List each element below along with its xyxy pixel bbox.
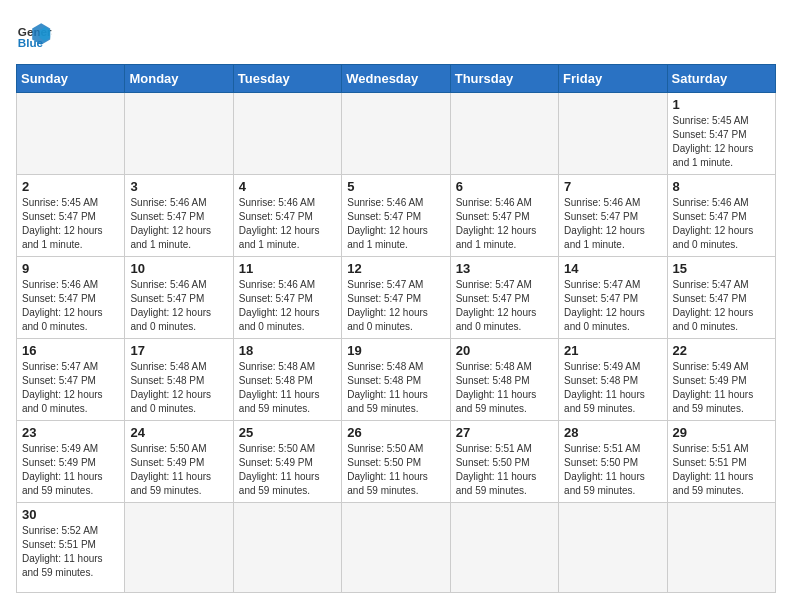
cell-info: Sunrise: 5:51 AM Sunset: 5:51 PM Dayligh… <box>673 442 770 498</box>
day-number: 1 <box>673 97 770 112</box>
cell-info: Sunrise: 5:45 AM Sunset: 5:47 PM Dayligh… <box>673 114 770 170</box>
day-number: 25 <box>239 425 336 440</box>
calendar-cell: 16Sunrise: 5:47 AM Sunset: 5:47 PM Dayli… <box>17 339 125 421</box>
calendar-cell: 13Sunrise: 5:47 AM Sunset: 5:47 PM Dayli… <box>450 257 558 339</box>
calendar-cell <box>559 503 667 593</box>
cell-info: Sunrise: 5:49 AM Sunset: 5:48 PM Dayligh… <box>564 360 661 416</box>
calendar-cell <box>233 93 341 175</box>
logo-icon: General Blue <box>16 16 52 52</box>
weekday-header-sunday: Sunday <box>17 65 125 93</box>
cell-info: Sunrise: 5:51 AM Sunset: 5:50 PM Dayligh… <box>564 442 661 498</box>
day-number: 24 <box>130 425 227 440</box>
cell-info: Sunrise: 5:47 AM Sunset: 5:47 PM Dayligh… <box>456 278 553 334</box>
day-number: 10 <box>130 261 227 276</box>
calendar-cell: 7Sunrise: 5:46 AM Sunset: 5:47 PM Daylig… <box>559 175 667 257</box>
calendar-cell: 22Sunrise: 5:49 AM Sunset: 5:49 PM Dayli… <box>667 339 775 421</box>
cell-info: Sunrise: 5:49 AM Sunset: 5:49 PM Dayligh… <box>22 442 119 498</box>
cell-info: Sunrise: 5:46 AM Sunset: 5:47 PM Dayligh… <box>239 278 336 334</box>
day-number: 19 <box>347 343 444 358</box>
cell-info: Sunrise: 5:47 AM Sunset: 5:47 PM Dayligh… <box>347 278 444 334</box>
calendar-week-3: 9Sunrise: 5:46 AM Sunset: 5:47 PM Daylig… <box>17 257 776 339</box>
weekday-header-tuesday: Tuesday <box>233 65 341 93</box>
cell-info: Sunrise: 5:48 AM Sunset: 5:48 PM Dayligh… <box>130 360 227 416</box>
calendar-cell: 27Sunrise: 5:51 AM Sunset: 5:50 PM Dayli… <box>450 421 558 503</box>
calendar-cell: 24Sunrise: 5:50 AM Sunset: 5:49 PM Dayli… <box>125 421 233 503</box>
day-number: 16 <box>22 343 119 358</box>
day-number: 18 <box>239 343 336 358</box>
cell-info: Sunrise: 5:47 AM Sunset: 5:47 PM Dayligh… <box>673 278 770 334</box>
cell-info: Sunrise: 5:46 AM Sunset: 5:47 PM Dayligh… <box>130 278 227 334</box>
cell-info: Sunrise: 5:46 AM Sunset: 5:47 PM Dayligh… <box>22 278 119 334</box>
calendar-cell <box>559 93 667 175</box>
calendar-cell: 6Sunrise: 5:46 AM Sunset: 5:47 PM Daylig… <box>450 175 558 257</box>
cell-info: Sunrise: 5:46 AM Sunset: 5:47 PM Dayligh… <box>673 196 770 252</box>
calendar-week-5: 23Sunrise: 5:49 AM Sunset: 5:49 PM Dayli… <box>17 421 776 503</box>
page-header: General Blue <box>16 16 776 52</box>
calendar-cell: 8Sunrise: 5:46 AM Sunset: 5:47 PM Daylig… <box>667 175 775 257</box>
day-number: 14 <box>564 261 661 276</box>
calendar-cell: 18Sunrise: 5:48 AM Sunset: 5:48 PM Dayli… <box>233 339 341 421</box>
cell-info: Sunrise: 5:47 AM Sunset: 5:47 PM Dayligh… <box>22 360 119 416</box>
cell-info: Sunrise: 5:52 AM Sunset: 5:51 PM Dayligh… <box>22 524 119 580</box>
calendar-cell: 3Sunrise: 5:46 AM Sunset: 5:47 PM Daylig… <box>125 175 233 257</box>
calendar-cell: 17Sunrise: 5:48 AM Sunset: 5:48 PM Dayli… <box>125 339 233 421</box>
calendar-cell: 12Sunrise: 5:47 AM Sunset: 5:47 PM Dayli… <box>342 257 450 339</box>
calendar-cell: 20Sunrise: 5:48 AM Sunset: 5:48 PM Dayli… <box>450 339 558 421</box>
calendar-cell: 28Sunrise: 5:51 AM Sunset: 5:50 PM Dayli… <box>559 421 667 503</box>
cell-info: Sunrise: 5:50 AM Sunset: 5:50 PM Dayligh… <box>347 442 444 498</box>
calendar-cell: 4Sunrise: 5:46 AM Sunset: 5:47 PM Daylig… <box>233 175 341 257</box>
calendar-cell: 5Sunrise: 5:46 AM Sunset: 5:47 PM Daylig… <box>342 175 450 257</box>
calendar-cell: 1Sunrise: 5:45 AM Sunset: 5:47 PM Daylig… <box>667 93 775 175</box>
day-number: 23 <box>22 425 119 440</box>
weekday-header-friday: Friday <box>559 65 667 93</box>
calendar-cell <box>233 503 341 593</box>
calendar-cell: 10Sunrise: 5:46 AM Sunset: 5:47 PM Dayli… <box>125 257 233 339</box>
calendar-cell: 14Sunrise: 5:47 AM Sunset: 5:47 PM Dayli… <box>559 257 667 339</box>
cell-info: Sunrise: 5:46 AM Sunset: 5:47 PM Dayligh… <box>239 196 336 252</box>
weekday-header-wednesday: Wednesday <box>342 65 450 93</box>
calendar-cell <box>125 503 233 593</box>
cell-info: Sunrise: 5:46 AM Sunset: 5:47 PM Dayligh… <box>456 196 553 252</box>
day-number: 12 <box>347 261 444 276</box>
calendar-cell: 30Sunrise: 5:52 AM Sunset: 5:51 PM Dayli… <box>17 503 125 593</box>
calendar-table: SundayMondayTuesdayWednesdayThursdayFrid… <box>16 64 776 593</box>
day-number: 20 <box>456 343 553 358</box>
day-number: 8 <box>673 179 770 194</box>
calendar-cell <box>450 93 558 175</box>
day-number: 4 <box>239 179 336 194</box>
cell-info: Sunrise: 5:46 AM Sunset: 5:47 PM Dayligh… <box>130 196 227 252</box>
calendar-week-2: 2Sunrise: 5:45 AM Sunset: 5:47 PM Daylig… <box>17 175 776 257</box>
cell-info: Sunrise: 5:45 AM Sunset: 5:47 PM Dayligh… <box>22 196 119 252</box>
weekday-header-monday: Monday <box>125 65 233 93</box>
day-number: 22 <box>673 343 770 358</box>
day-number: 9 <box>22 261 119 276</box>
calendar-cell: 26Sunrise: 5:50 AM Sunset: 5:50 PM Dayli… <box>342 421 450 503</box>
logo: General Blue <box>16 16 60 52</box>
calendar-cell: 23Sunrise: 5:49 AM Sunset: 5:49 PM Dayli… <box>17 421 125 503</box>
day-number: 17 <box>130 343 227 358</box>
calendar-week-4: 16Sunrise: 5:47 AM Sunset: 5:47 PM Dayli… <box>17 339 776 421</box>
day-number: 27 <box>456 425 553 440</box>
day-number: 2 <box>22 179 119 194</box>
calendar-cell: 25Sunrise: 5:50 AM Sunset: 5:49 PM Dayli… <box>233 421 341 503</box>
cell-info: Sunrise: 5:46 AM Sunset: 5:47 PM Dayligh… <box>564 196 661 252</box>
day-number: 7 <box>564 179 661 194</box>
calendar-cell: 29Sunrise: 5:51 AM Sunset: 5:51 PM Dayli… <box>667 421 775 503</box>
day-number: 6 <box>456 179 553 194</box>
calendar-week-6: 30Sunrise: 5:52 AM Sunset: 5:51 PM Dayli… <box>17 503 776 593</box>
cell-info: Sunrise: 5:47 AM Sunset: 5:47 PM Dayligh… <box>564 278 661 334</box>
cell-info: Sunrise: 5:48 AM Sunset: 5:48 PM Dayligh… <box>347 360 444 416</box>
calendar-cell <box>342 503 450 593</box>
weekday-header-row: SundayMondayTuesdayWednesdayThursdayFrid… <box>17 65 776 93</box>
day-number: 29 <box>673 425 770 440</box>
calendar-cell <box>342 93 450 175</box>
cell-info: Sunrise: 5:51 AM Sunset: 5:50 PM Dayligh… <box>456 442 553 498</box>
cell-info: Sunrise: 5:48 AM Sunset: 5:48 PM Dayligh… <box>456 360 553 416</box>
day-number: 15 <box>673 261 770 276</box>
calendar-cell: 9Sunrise: 5:46 AM Sunset: 5:47 PM Daylig… <box>17 257 125 339</box>
calendar-cell <box>17 93 125 175</box>
cell-info: Sunrise: 5:50 AM Sunset: 5:49 PM Dayligh… <box>239 442 336 498</box>
calendar-cell <box>667 503 775 593</box>
cell-info: Sunrise: 5:49 AM Sunset: 5:49 PM Dayligh… <box>673 360 770 416</box>
weekday-header-saturday: Saturday <box>667 65 775 93</box>
